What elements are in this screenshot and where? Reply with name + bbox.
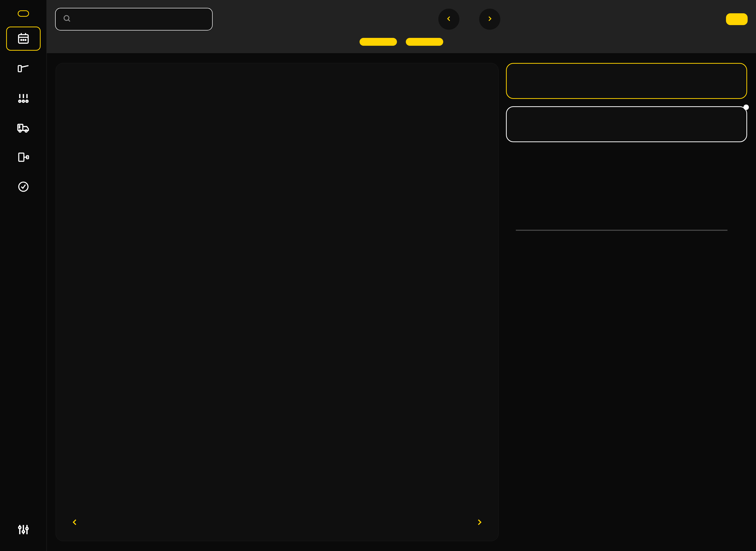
yard-icon bbox=[17, 91, 30, 105]
sidebar-item-settings[interactable] bbox=[17, 523, 30, 539]
svg-point-22 bbox=[19, 127, 20, 128]
sidebar-item-booking[interactable] bbox=[6, 27, 41, 51]
sidebar-item-flight[interactable] bbox=[6, 176, 41, 198]
svg-point-16 bbox=[22, 100, 24, 102]
svg-line-34 bbox=[68, 20, 70, 21]
main bbox=[47, 0, 756, 551]
create-booking-button[interactable] bbox=[726, 13, 748, 25]
svg-point-4 bbox=[21, 40, 21, 40]
chevron-right-icon bbox=[475, 518, 483, 528]
chevron-left-icon bbox=[445, 15, 452, 23]
resize-handle-icon bbox=[743, 104, 749, 110]
tabs bbox=[55, 38, 748, 46]
date-next-button[interactable] bbox=[479, 9, 500, 30]
tab-outbound[interactable] bbox=[406, 38, 443, 46]
search-input[interactable] bbox=[76, 14, 205, 24]
schedule-rows bbox=[68, 88, 486, 508]
sidebar-item-dock[interactable] bbox=[6, 146, 41, 169]
date-nav bbox=[223, 9, 716, 30]
sidebar-item-gatehouse[interactable] bbox=[6, 58, 41, 80]
svg-point-21 bbox=[19, 126, 20, 126]
svg-rect-0 bbox=[18, 35, 28, 43]
chevron-left-icon bbox=[71, 518, 79, 528]
search-icon bbox=[63, 15, 71, 24]
card-capacity[interactable] bbox=[506, 106, 747, 142]
traffic-panel bbox=[506, 149, 747, 311]
svg-point-31 bbox=[22, 531, 24, 533]
tab-inbound[interactable] bbox=[360, 38, 397, 46]
sidebar-item-shunter[interactable] bbox=[6, 117, 41, 139]
dock-icon bbox=[17, 150, 30, 164]
search-input-wrapper[interactable] bbox=[55, 8, 213, 30]
schedule-panel bbox=[56, 63, 498, 541]
svg-point-15 bbox=[19, 100, 21, 102]
header bbox=[47, 0, 756, 53]
sidebar bbox=[0, 0, 47, 551]
svg-rect-23 bbox=[19, 153, 24, 161]
settings-icon bbox=[17, 523, 30, 536]
content bbox=[47, 53, 756, 551]
gatehouse-icon bbox=[17, 62, 30, 75]
calendar-icon bbox=[17, 32, 30, 45]
card-total-bookings[interactable] bbox=[506, 63, 747, 99]
date-prev-button[interactable] bbox=[438, 9, 459, 30]
traffic-chart bbox=[516, 159, 727, 302]
svg-point-30 bbox=[18, 526, 21, 529]
schedule-prev-button[interactable] bbox=[68, 516, 81, 531]
svg-point-6 bbox=[25, 40, 26, 40]
sidebar-item-yard[interactable] bbox=[6, 87, 41, 110]
flight-icon bbox=[17, 180, 30, 193]
schedule-next-button[interactable] bbox=[473, 516, 486, 531]
svg-point-5 bbox=[23, 40, 24, 40]
summary-column bbox=[506, 63, 747, 541]
svg-point-32 bbox=[26, 527, 28, 530]
chevron-right-icon bbox=[486, 15, 493, 23]
svg-point-33 bbox=[64, 15, 69, 20]
svg-rect-7 bbox=[18, 66, 21, 72]
logo bbox=[18, 10, 29, 17]
truck-icon bbox=[17, 121, 30, 134]
nav bbox=[0, 27, 46, 523]
svg-point-17 bbox=[26, 100, 28, 102]
